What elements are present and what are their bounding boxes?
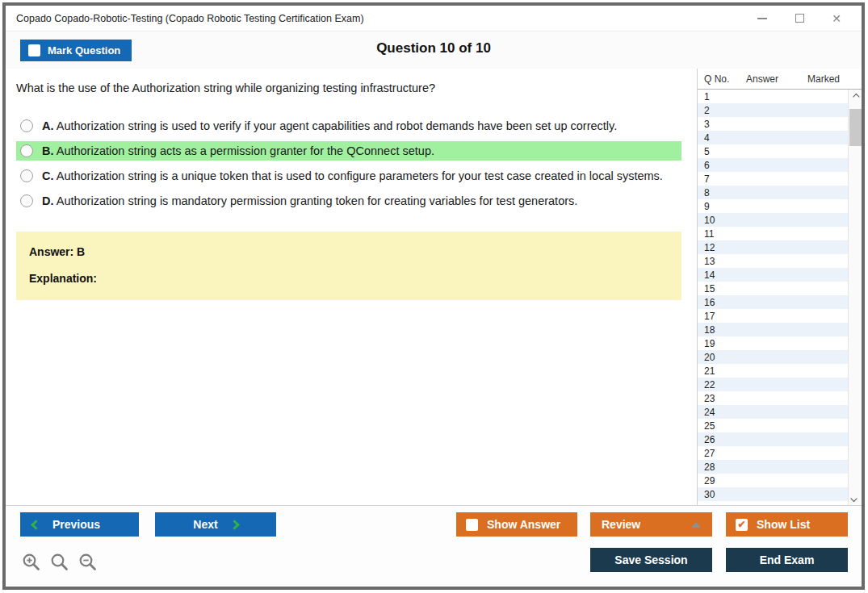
question-list-row[interactable]: 19 — [698, 336, 848, 350]
chevron-left-icon — [31, 520, 41, 530]
question-list-row[interactable]: 7 — [698, 172, 848, 186]
col-header-marked: Marked — [807, 73, 862, 85]
next-label: Next — [193, 518, 217, 531]
next-button[interactable]: Next — [155, 512, 276, 537]
question-counter: Question 10 of 10 — [376, 40, 491, 56]
zoom-toolbar — [22, 553, 98, 572]
option-text: C. Authorization string is a unique toke… — [42, 169, 663, 182]
question-list-row[interactable]: 27 — [698, 446, 848, 460]
question-list-panel: Q No. Answer Marked 12345678910111213141… — [697, 69, 862, 505]
question-text: What is the use of the Authorization str… — [16, 81, 681, 94]
option-d[interactable]: D. Authorization string is mandatory per… — [16, 191, 681, 211]
scroll-down-button[interactable] — [849, 491, 862, 505]
show-answer-button[interactable]: Show Answer — [456, 512, 577, 537]
question-list-row[interactable]: 14 — [698, 268, 848, 282]
scroll-up-button[interactable] — [849, 90, 862, 103]
scrollbar-thumb[interactable] — [849, 109, 862, 146]
minimize-button[interactable] — [744, 6, 781, 31]
mark-question-checkbox-icon[interactable] — [28, 44, 40, 56]
show-answer-checkbox-icon[interactable] — [466, 519, 478, 531]
col-header-answer: Answer — [746, 73, 807, 85]
option-text: D. Authorization string is mandatory per… — [42, 194, 577, 207]
option-text: A. Authorization string is used to verif… — [42, 119, 617, 132]
question-list-row[interactable]: 29 — [698, 474, 848, 487]
previous-button[interactable]: Previous — [20, 512, 139, 537]
chevron-up-icon — [691, 522, 701, 528]
question-list-row[interactable]: 21 — [698, 364, 848, 378]
question-list-scrollbar[interactable] — [848, 90, 862, 505]
question-list-row[interactable]: 28 — [698, 460, 848, 474]
close-button[interactable]: ✕ — [818, 6, 855, 31]
question-list-row[interactable]: 1 — [698, 90, 848, 103]
option-text: B. Authorization string acts as a permis… — [42, 144, 434, 157]
question-list: 1234567891011121314151617181920212223242… — [698, 90, 848, 505]
col-header-qno: Q No. — [704, 73, 746, 85]
footer: Previous Next Show Answer Review ✔ Show … — [6, 505, 862, 587]
zoom-out-icon[interactable] — [78, 553, 98, 572]
question-list-row[interactable]: 6 — [698, 158, 848, 172]
radio-icon[interactable] — [20, 119, 33, 132]
end-exam-button[interactable]: End Exam — [726, 548, 848, 572]
question-list-row[interactable]: 17 — [698, 309, 848, 323]
maximize-button[interactable] — [781, 6, 818, 31]
question-list-row[interactable]: 18 — [698, 323, 848, 336]
titlebar: Copado Copado-Robotic-Testing (Copado Ro… — [6, 6, 862, 31]
question-list-row[interactable]: 30 — [698, 487, 848, 501]
zoom-in-icon[interactable] — [22, 553, 41, 572]
question-list-row[interactable]: 23 — [698, 391, 848, 405]
end-exam-label: End Exam — [760, 553, 815, 566]
question-list-header: Q No. Answer Marked — [698, 69, 862, 90]
answer-label: Answer: B — [29, 245, 669, 258]
window-frame: Copado Copado-Robotic-Testing (Copado Ro… — [2, 2, 865, 590]
options-list: A. Authorization string is used to verif… — [16, 116, 681, 211]
question-list-row[interactable]: 10 — [698, 213, 848, 227]
question-list-row[interactable]: 8 — [698, 186, 848, 199]
close-icon: ✕ — [832, 13, 841, 24]
question-list-row[interactable]: 13 — [698, 254, 848, 268]
review-label: Review — [602, 518, 640, 531]
question-list-row[interactable]: 25 — [698, 419, 848, 432]
mark-question-label: Mark Question — [48, 44, 120, 56]
question-list-row[interactable]: 2 — [698, 103, 848, 117]
minimize-icon — [757, 18, 767, 19]
question-list-row[interactable]: 12 — [698, 240, 848, 254]
question-list-row[interactable]: 15 — [698, 282, 848, 295]
show-answer-label: Show Answer — [487, 518, 560, 531]
question-list-row[interactable]: 26 — [698, 432, 848, 446]
window-title: Copado Copado-Robotic-Testing (Copado Ro… — [6, 13, 744, 24]
option-c[interactable]: C. Authorization string is a unique toke… — [16, 166, 681, 186]
chevron-right-icon — [229, 520, 240, 530]
save-session-button[interactable]: Save Session — [590, 548, 712, 572]
previous-label: Previous — [52, 518, 100, 531]
question-list-row[interactable]: 24 — [698, 405, 848, 419]
explanation-label: Explanation: — [29, 272, 669, 285]
option-a[interactable]: A. Authorization string is used to verif… — [16, 116, 681, 136]
maximize-icon — [795, 14, 804, 23]
question-list-row[interactable]: 16 — [698, 295, 848, 309]
zoom-reset-icon[interactable] — [50, 553, 69, 572]
question-list-row[interactable]: 5 — [698, 144, 848, 158]
header: Mark Question Question 10 of 10 — [6, 31, 862, 69]
question-list-row[interactable]: 4 — [698, 131, 848, 144]
question-list-row[interactable]: 3 — [698, 117, 848, 131]
radio-icon[interactable] — [20, 144, 33, 157]
radio-icon[interactable] — [20, 194, 33, 207]
question-list-row[interactable]: 22 — [698, 378, 848, 391]
question-list-row[interactable]: 9 — [698, 199, 848, 213]
option-b[interactable]: B. Authorization string acts as a permis… — [16, 141, 681, 161]
radio-icon[interactable] — [20, 169, 33, 182]
question-list-row[interactable]: 20 — [698, 350, 848, 364]
show-list-checkbox-icon[interactable]: ✔ — [736, 519, 748, 531]
question-panel: What is the use of the Authorization str… — [6, 69, 697, 505]
review-button[interactable]: Review — [590, 512, 712, 537]
answer-panel: Answer: B Explanation: — [16, 232, 681, 300]
save-session-label: Save Session — [614, 553, 687, 566]
chevron-down-icon — [850, 495, 857, 501]
mark-question-button[interactable]: Mark Question — [20, 40, 132, 61]
show-list-button[interactable]: ✔ Show List — [726, 512, 848, 537]
chevron-up-icon — [853, 93, 859, 99]
show-list-label: Show List — [757, 518, 810, 531]
question-list-row[interactable]: 11 — [698, 227, 848, 240]
